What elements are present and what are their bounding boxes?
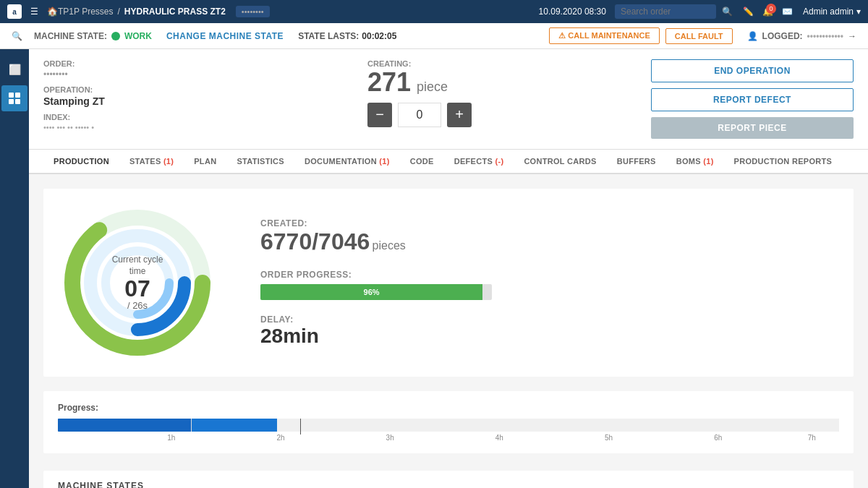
donut-sub: / 26s: [112, 300, 163, 311]
breadcrumb-current: HYDRAULIC PRASS ZT2: [124, 7, 226, 17]
svg-rect-3: [15, 99, 20, 104]
change-machine-state-button[interactable]: CHANGE MACHINE STATE: [166, 31, 284, 41]
stats-row: Current cycletime 07 / 26s CREATED: 6770…: [43, 189, 854, 377]
progress-section: ORDER PROGRESS: 96%: [260, 270, 839, 300]
order-progress-bar: 96%: [260, 284, 492, 300]
machine-states-section: MACHINE STATES 07:: [43, 471, 854, 488]
edit-icon[interactable]: ✏️: [743, 7, 754, 17]
top-nav: a ☰ 🏠 TP1P Presses / HYDRAULIC PRASS ZT2…: [0, 0, 868, 23]
hamburger-icon[interactable]: ☰: [30, 7, 38, 17]
tab-states[interactable]: STATES (1): [119, 150, 184, 174]
layout: ⬜ ORDER: •••••••• OPERATION: Stamping ZT…: [0, 49, 868, 488]
state-lasts-label: STATE LASTS:: [298, 31, 359, 41]
svg-rect-1: [15, 93, 20, 98]
branch-tag: ••••••••: [236, 6, 270, 17]
production-content: Current cycletime 07 / 26s CREATED: 6770…: [29, 174, 868, 488]
donut-value: 07: [112, 277, 163, 300]
breadcrumb-parent[interactable]: TP1P Presses: [58, 7, 113, 17]
creating-unit: piece: [417, 80, 448, 95]
sidebar-item-production[interactable]: [1, 85, 27, 111]
logo-icon: a: [7, 4, 22, 19]
tab-defects[interactable]: DEFECTS (-): [444, 150, 514, 174]
order-number: ••••••••: [43, 69, 188, 80]
mail-icon[interactable]: ✉️: [782, 7, 793, 17]
timeline-seg-2: [192, 419, 278, 432]
search-input[interactable]: [615, 4, 716, 19]
sidebar-item-home[interactable]: ⬜: [1, 56, 27, 82]
logged-label: LOGGED:: [762, 31, 803, 41]
tab-buffers[interactable]: BUFFERS: [607, 150, 666, 174]
timeline-label-3h: 3h: [386, 434, 394, 442]
order-panel: ORDER: •••••••• OPERATION: Stamping ZT I…: [29, 49, 868, 150]
tab-boms[interactable]: BOMS (1): [666, 150, 724, 174]
machine-state-bar: 🔍 MACHINE STATE: WORK CHANGE MACHINE STA…: [0, 23, 868, 49]
donut-chart: Current cycletime 07 / 26s: [58, 203, 217, 362]
logout-icon[interactable]: →: [848, 31, 856, 41]
creating-section: CREATING: 271 piece − 0 +: [217, 59, 622, 127]
search-icon[interactable]: 🔍: [722, 7, 733, 17]
order-progress-fill: 96%: [260, 284, 482, 300]
main-content: ORDER: •••••••• OPERATION: Stamping ZT I…: [29, 49, 868, 488]
donut-center: Current cycletime 07 / 26s: [112, 254, 163, 311]
delay-label: DELAY:: [260, 314, 839, 325]
state-lasts-value: 00:02:05: [362, 31, 396, 41]
order-progress-label: ORDER PROGRESS:: [260, 270, 839, 280]
call-fault-button[interactable]: CALL FAULT: [665, 28, 733, 44]
tab-control-cards[interactable]: CONTROL CARDS: [514, 150, 606, 174]
order-info: ORDER: •••••••• OPERATION: Stamping ZT I…: [43, 59, 188, 132]
actions-section: END OPERATION REPORT DEFECT REPORT PIECE: [651, 59, 854, 139]
report-defect-button[interactable]: REPORT DEFECT: [651, 88, 854, 111]
report-piece-button[interactable]: REPORT PIECE: [651, 117, 854, 139]
created-value: 6770/7046: [260, 228, 370, 254]
machine-state-label: MACHINE STATE:: [34, 31, 107, 41]
counter-minus-button[interactable]: −: [367, 103, 392, 127]
tab-statistics[interactable]: STATISTICS: [226, 150, 294, 174]
index-value: •••• ••• •• ••••• •: [43, 123, 188, 132]
order-progress-text: 96%: [364, 288, 380, 296]
tab-code[interactable]: CODE: [400, 150, 444, 174]
right-stats: CREATED: 6770/7046 pieces ORDER PROGRESS…: [246, 218, 839, 348]
tabs: PRODUCTIONSTATES (1)PLANSTATISTICSDOCUME…: [29, 150, 868, 174]
index-label: INDEX:: [43, 113, 188, 121]
tab-production-reports[interactable]: PRODUCTION REPORTS: [724, 150, 843, 174]
creating-count: 271: [367, 68, 411, 97]
timeline-label-5h: 5h: [605, 434, 613, 442]
timeline-empty: [277, 419, 839, 432]
machine-states-title: MACHINE STATES: [58, 481, 839, 488]
timeline-label-2h: 2h: [276, 434, 284, 442]
counter-value: 0: [398, 103, 441, 127]
call-maintenance-button[interactable]: ⚠ CALL MAINTENANCE: [549, 27, 660, 44]
tab-plan[interactable]: PLAN: [184, 150, 226, 174]
delay-value: 28min: [260, 325, 839, 348]
end-operation-button[interactable]: END OPERATION: [651, 59, 854, 82]
admin-label[interactable]: Admin admin: [803, 7, 854, 17]
operation-label: OPERATION:: [43, 85, 188, 94]
timeline-label-1h: 1h: [167, 434, 175, 442]
svg-rect-0: [9, 93, 14, 98]
created-unit: pieces: [373, 239, 406, 252]
timeline-label-7h: 7h: [808, 434, 816, 442]
machine-search-icon[interactable]: 🔍: [12, 31, 22, 41]
timeline-tick: [300, 419, 301, 435]
counter-plus-button[interactable]: +: [447, 103, 472, 127]
user-icon: 👤: [747, 31, 758, 41]
operation-value: Stamping ZT: [43, 95, 188, 107]
timeline-bar: [58, 419, 839, 432]
datetime: 10.09.2020 08:30: [539, 7, 606, 17]
bell-badge: 0: [766, 4, 776, 14]
sidebar: ⬜: [0, 49, 29, 488]
tab-production[interactable]: PRODUCTION: [43, 150, 119, 174]
created-label: CREATED:: [260, 218, 839, 228]
timeline-section: Progress: 1h 2h 3h 4h 5h: [43, 391, 854, 453]
home-icon[interactable]: 🏠: [47, 7, 58, 17]
bell-icon[interactable]: 🔔 0: [762, 7, 773, 17]
logged-user: ••••••••••••: [807, 31, 843, 41]
progress-timeline-label: Progress:: [58, 403, 839, 413]
timeline-seg-1: [58, 419, 191, 432]
svg-rect-2: [9, 99, 14, 104]
counter-section: − 0 +: [367, 103, 472, 127]
created-section: CREATED: 6770/7046 pieces: [260, 218, 839, 255]
order-label: ORDER:: [43, 59, 188, 68]
admin-chevron-icon[interactable]: ▾: [856, 7, 861, 17]
tab-documentation[interactable]: DOCUMENTATION (1): [294, 150, 400, 174]
